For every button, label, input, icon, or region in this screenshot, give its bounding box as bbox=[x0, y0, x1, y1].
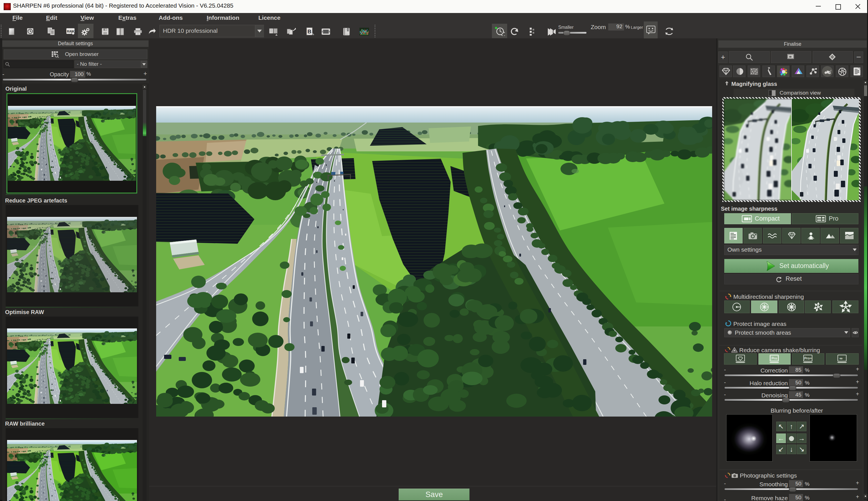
svg-text:Pro: Pro bbox=[771, 356, 777, 360]
svg-text:∞: ∞ bbox=[839, 356, 843, 361]
svg-text:Pro+: Pro+ bbox=[804, 356, 812, 360]
svg-text:B: B bbox=[308, 29, 311, 34]
